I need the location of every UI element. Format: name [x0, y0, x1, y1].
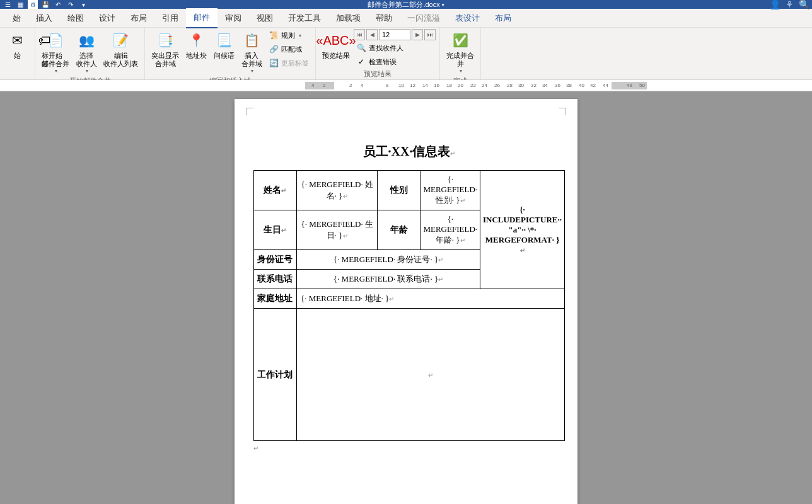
label-address[interactable]: 家庭地址: [254, 289, 297, 309]
field-idcard[interactable]: {· MERGEFIELD· 身份证号· }↵: [296, 250, 480, 270]
field-workplan[interactable]: ↵: [296, 309, 564, 441]
rules-icon: 📜: [269, 30, 279, 40]
table-row[interactable]: 工作计划 ↵: [254, 309, 565, 441]
label-workplan[interactable]: 工作计划: [254, 309, 297, 441]
menu-review[interactable]: 审阅: [218, 9, 249, 28]
menu-insert[interactable]: 插入: [28, 9, 60, 28]
ribbon-greeting[interactable]: 📃 问候语: [211, 29, 237, 61]
margin-corner-tr: [559, 108, 566, 115]
field-age[interactable]: {· MERGEFIELD· 年龄· }↵: [420, 210, 480, 250]
address-icon: 📍: [186, 30, 206, 50]
menu-flowfast[interactable]: 一闪流溢: [400, 9, 448, 28]
menu-layout2[interactable]: 布局: [487, 9, 519, 28]
horizontal-ruler[interactable]: 4224810121416182022242628303234363840424…: [0, 80, 812, 91]
field-name[interactable]: {· MERGEFIELD· 姓名· }↵: [296, 171, 377, 210]
label-idcard[interactable]: 身份证号: [254, 250, 297, 270]
document-title[interactable]: 员工·XX·信息表↵: [253, 143, 565, 160]
menu-mailings[interactable]: 邮件: [186, 8, 218, 28]
field-picture[interactable]: {· INCLUDEPICTURE·· "a"·· \*· MERGEFORMA…: [480, 171, 565, 289]
select-recipients-icon: 👥: [76, 30, 96, 50]
qat-more-icon[interactable]: ▾: [78, 0, 88, 9]
title-bar: ☰ ▦ ⚙ 💾 ↶ ↷ ▾ 邮件合并第二部分.docx • 👤 ⚘ 🔍: [0, 0, 812, 9]
table-row[interactable]: 家庭地址 {· MERGEFIELD· 地址· }↵: [254, 289, 565, 309]
finish-icon: ✅: [450, 30, 470, 50]
ribbon-match-fields[interactable]: 🔗 匹配域: [266, 43, 311, 55]
ribbon-select-recipients[interactable]: 👥 选择 收件人: [73, 29, 100, 75]
menu-draw[interactable]: 绘图: [60, 9, 91, 28]
field-gender[interactable]: {· MERGEFIELD· 性别· }↵: [420, 171, 480, 210]
ribbon-start-merge[interactable]: 📄 开始 邮件合并: [39, 29, 72, 75]
find-icon: 🔍: [356, 43, 366, 53]
redo-icon[interactable]: ↷: [66, 0, 76, 9]
preview-icon: «ABC»: [326, 30, 346, 50]
edit-recipients-icon: 📝: [111, 30, 131, 50]
update-icon: 🔄: [269, 58, 279, 68]
info-table[interactable]: 姓名↵ {· MERGEFIELD· 姓名· }↵ 性别 {· MERGEFIE…: [253, 170, 565, 441]
menu-bar: 始 插入 绘图 设计 布局 引用 邮件 审阅 视图 开发工具 加载项 帮助 一闪…: [0, 9, 812, 28]
label-age[interactable]: 年龄: [378, 210, 420, 250]
document-title: 邮件合并第二部分.docx •: [368, 0, 444, 9]
ribbon: ✉ 始 🏷 标 签 📄 开始 邮件合并 👥 选择 收件人 📝 编辑 收件人列表: [0, 28, 812, 80]
menu-design[interactable]: 设计: [91, 9, 123, 28]
ribbon-edit-recipients[interactable]: 📝 编辑 收件人列表: [101, 29, 141, 69]
page[interactable]: 员工·XX·信息表↵ 姓名↵ {· MERGEFIELD· 姓名· }↵ 性别 …: [235, 99, 577, 504]
menu-start[interactable]: 始: [5, 9, 28, 28]
menu-help[interactable]: 帮助: [368, 9, 400, 28]
label-name[interactable]: 姓名↵: [254, 171, 297, 210]
menu-references[interactable]: 引用: [154, 9, 186, 28]
record-number-input[interactable]: [379, 29, 410, 40]
greeting-icon: 📃: [214, 30, 234, 50]
label-birthday[interactable]: 生日↵: [254, 210, 297, 250]
ribbon-update-labels[interactable]: 🔄 更新标签: [266, 57, 311, 69]
nav-next[interactable]: ▶: [412, 29, 423, 40]
qat-icon1[interactable]: ☰: [3, 0, 13, 9]
label-gender[interactable]: 性别: [378, 171, 420, 210]
check-icon: ✓: [356, 57, 366, 67]
menu-developer[interactable]: 开发工具: [281, 9, 328, 28]
field-birthday[interactable]: {· MERGEFIELD· 生日· }↵: [296, 210, 377, 250]
quick-access-toolbar: ☰ ▦ ⚙ 💾 ↶ ↷ ▾: [3, 0, 88, 9]
save-icon[interactable]: 💾: [40, 0, 50, 9]
nav-prev[interactable]: ◀: [366, 29, 378, 40]
undo-icon[interactable]: ↶: [53, 0, 63, 9]
margin-corner-tl: [246, 108, 253, 115]
menu-addins[interactable]: 加载项: [328, 9, 368, 28]
ribbon-address-block[interactable]: 📍 地址块: [183, 29, 209, 61]
user-icon[interactable]: 👤: [770, 0, 780, 9]
menu-view[interactable]: 视图: [249, 9, 281, 28]
ribbon-preview[interactable]: «ABC» 预览结果: [320, 29, 352, 61]
ribbon-envelopes[interactable]: ✉ 始: [4, 29, 30, 61]
nav-first[interactable]: ⏮: [354, 29, 365, 40]
ribbon-finish[interactable]: ✅ 完成并合 并: [444, 29, 477, 75]
envelope-icon: ✉: [7, 30, 27, 50]
document-area[interactable]: 员工·XX·信息表↵ 姓名↵ {· MERGEFIELD· 姓名· }↵ 性别 …: [0, 91, 812, 504]
ribbon-highlight[interactable]: 📑 突出显示 合并域: [149, 29, 182, 69]
menu-layout[interactable]: 布局: [123, 9, 154, 28]
qat-icon2[interactable]: ▦: [15, 0, 25, 9]
insert-merge-icon: 📋: [241, 30, 262, 50]
qat-icon3[interactable]: ⚙: [28, 0, 38, 9]
ribbon-insert-merge[interactable]: 📋 插入 合并域: [238, 29, 265, 75]
settings-icon[interactable]: ⚘: [786, 0, 794, 9]
label-phone[interactable]: 联系电话: [254, 270, 297, 289]
nav-last[interactable]: ⏭: [424, 29, 436, 40]
menu-tabledesign[interactable]: 表设计: [448, 9, 487, 28]
ribbon-check-errors[interactable]: ✓ 检查错误: [354, 55, 436, 68]
start-merge-icon: 📄: [45, 30, 66, 50]
field-address[interactable]: {· MERGEFIELD· 地址· }↵: [296, 289, 564, 309]
ribbon-rules[interactable]: 📜 规则: [266, 29, 311, 42]
field-phone[interactable]: {· MERGEFIELD· 联系电话· }↵: [296, 270, 480, 289]
ribbon-find-recipient[interactable]: 🔍 查找收件人: [354, 42, 436, 54]
highlight-icon: 📑: [155, 30, 175, 50]
paragraph-mark: ↵: [253, 445, 258, 452]
match-icon: 🔗: [269, 44, 279, 54]
table-row[interactable]: 姓名↵ {· MERGEFIELD· 姓名· }↵ 性别 {· MERGEFIE…: [254, 171, 565, 210]
group-label-preview: 预览结果: [320, 68, 436, 80]
search-icon[interactable]: 🔍: [799, 0, 809, 9]
